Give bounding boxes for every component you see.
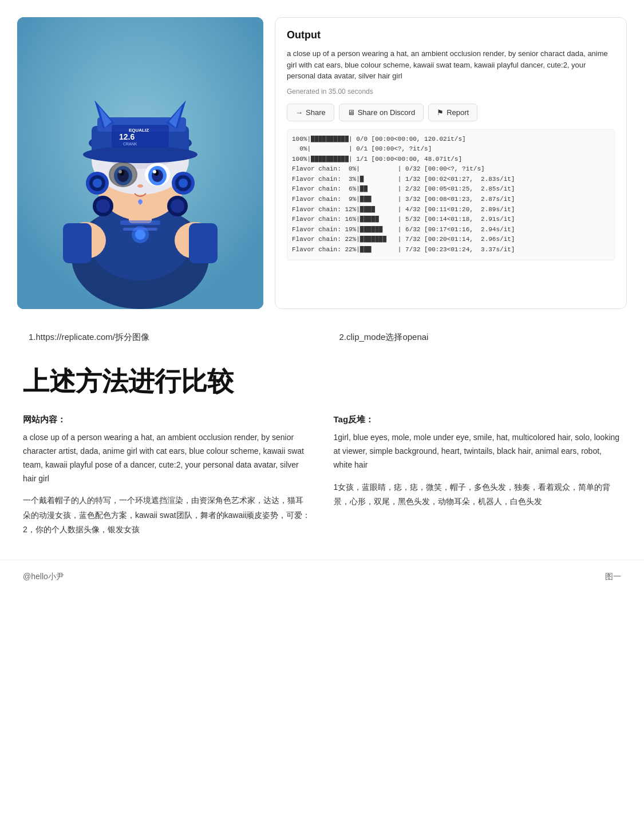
svg-point-45: [135, 229, 145, 240]
svg-rect-43: [189, 223, 218, 263]
share-button[interactable]: → Share: [287, 104, 334, 121]
svg-rect-42: [63, 223, 92, 263]
top-section: EQUALIZ 12.6 CRANK: [0, 0, 644, 320]
discord-icon: 🖥: [347, 108, 355, 117]
share-label: Share: [306, 108, 326, 117]
svg-text:CRANK: CRANK: [123, 142, 137, 146]
output-panel: Output a close up of a person wearing a …: [275, 17, 627, 309]
log-line: Flavor chain: 12%|████ | 4/32 [00:11<01:…: [292, 205, 610, 215]
svg-rect-50: [120, 220, 160, 225]
log-line: Flavor chain: 0%| | 0/32 [00:00<?, ?it/s…: [292, 164, 610, 175]
svg-point-35: [153, 170, 156, 173]
svg-point-11: [83, 146, 197, 163]
svg-point-22: [93, 179, 102, 188]
log-line: Flavor chain: 22%|███████ | 7/32 [00:20<…: [292, 235, 610, 245]
share-icon: →: [295, 108, 303, 117]
svg-rect-51: [123, 228, 157, 231]
svg-point-36: [109, 162, 137, 187]
content-left: 网站内容： a close up of a person wearing a h…: [23, 414, 311, 537]
content-left-text-en: a close up of a person wearing a hat, an…: [23, 431, 311, 485]
middle-section: 1.https://replicate.com/拆分图像 2.clip_mode…: [0, 320, 644, 354]
log-line: Flavor chain: 6%|██ | 2/32 [00:05<01:25,…: [292, 184, 610, 195]
log-line: Flavor chain: 9%|███ | 3/32 [00:08<01:23…: [292, 195, 610, 205]
report-label: Report: [447, 108, 469, 117]
output-description: a close up of a person wearing a hat, an…: [287, 48, 615, 82]
content-right-label: Tag反堆：: [334, 414, 622, 425]
svg-point-25: [179, 179, 188, 188]
content-right-text-en: 1girl, blue eyes, mole, mole under eye, …: [334, 431, 622, 472]
log-line: 0%| | 0/1 [00:00<?, ?it/s]: [292, 144, 610, 155]
svg-text:12.6: 12.6: [119, 132, 135, 141]
log-line: Flavor chain: 16%|█████ | 5/32 [00:14<01…: [292, 215, 610, 225]
content-left-label: 网站内容：: [23, 414, 311, 425]
content-right-text-zh: 1女孩，蓝眼睛，痣，痣，微笑，帽子，多色头发，独奏，看着观众，简单的背景，心形，…: [334, 480, 622, 509]
output-title: Output: [287, 29, 615, 41]
action-buttons: → Share 🖥 Share on Discord ⚑ Report: [287, 104, 615, 121]
log-line: Flavor chain: 3%|█ | 1/32 [00:02<01:27, …: [292, 175, 610, 185]
content-grid: 网站内容： a close up of a person wearing a h…: [0, 403, 644, 548]
step-1: 1.https://replicate.com/拆分图像: [29, 332, 305, 343]
footer-left: @hello小尹: [23, 572, 64, 582]
content-left-text-zh: 一个戴着帽子的人的特写，一个环境遮挡渲染，由资深角色艺术家，达达，猫耳朵的动漫女…: [23, 493, 311, 537]
report-icon: ⚑: [437, 108, 444, 117]
log-line: 100%|██████████| 1/1 [00:00<00:00, 48.07…: [292, 155, 610, 165]
log-line: Flavor chain: 19%|██████ | 6/32 [00:17<0…: [292, 225, 610, 235]
anime-image-wrapper: EQUALIZ 12.6 CRANK: [17, 17, 263, 309]
log-line: Flavor chain: 22%|███ | 7/32 [00:23<01:2…: [292, 245, 610, 255]
share-discord-button[interactable]: 🖥 Share on Discord: [339, 104, 424, 121]
share-discord-label: Share on Discord: [358, 108, 415, 117]
svg-point-49: [171, 199, 184, 213]
main-heading: 上述方法进行比较: [23, 366, 621, 397]
footer-right: 图一: [605, 572, 621, 582]
generated-time: Generated in 35.00 seconds: [287, 88, 615, 96]
log-area: 100%|██████████| 0/0 [00:00<00:00, 120.0…: [287, 129, 615, 260]
footer: @hello小尹 图一: [0, 560, 644, 593]
heading-section: 上述方法进行比较: [0, 354, 644, 403]
report-button[interactable]: ⚑ Report: [428, 104, 477, 121]
content-right: Tag反堆： 1girl, blue eyes, mole, mole unde…: [334, 414, 622, 537]
svg-point-37: [137, 184, 143, 188]
anime-image: EQUALIZ 12.6 CRANK: [17, 17, 263, 309]
log-line: 100%|██████████| 0/0 [00:00<00:00, 120.0…: [292, 134, 610, 145]
step-2: 2.clip_mode选择openai: [339, 332, 616, 343]
svg-point-47: [96, 199, 110, 213]
